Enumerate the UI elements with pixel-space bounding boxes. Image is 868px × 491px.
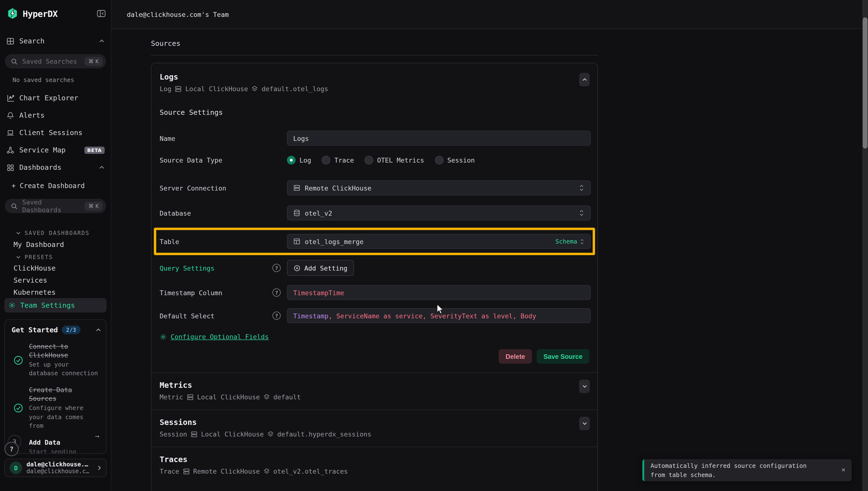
add-setting-button[interactable]: Add Setting [287,260,354,276]
source-type: Session [160,430,187,438]
schema-badge[interactable]: Schema [556,238,585,245]
no-saved-searches-note: No saved searches [12,76,74,83]
get-started-header[interactable]: Get Started 2/3 [11,325,101,334]
sidebar-item-services[interactable]: Services [13,277,47,284]
app-root: HyperDX Search Saved Searches ⌘ K No sav… [0,0,868,491]
name-row: Name Logs [160,131,589,146]
select-chevrons-icon [579,209,585,216]
sources-card: Logs Log Local ClickHouse default.otel_l… [151,63,598,491]
radio-icon[interactable] [435,155,443,164]
sidebar-item-alerts[interactable]: Alerts [0,109,111,121]
name-input[interactable]: Logs [287,131,591,146]
chevron-up-icon[interactable] [99,39,104,43]
sidebar-item-clickhouse[interactable]: ClickHouse [13,264,56,272]
team-title: dale@clickhouse.com's Team [127,10,229,18]
task-add-data[interactable]: Add Data Start sending logs, metrics, or… [11,438,101,454]
get-started-panel: Get Started 2/3 Connect to ClickHouse Se… [4,319,107,454]
radio-icon[interactable] [322,155,331,164]
saved-dashboards-placeholder: Saved Dashboards [22,198,80,214]
task-desc: Set up your database connection [29,360,101,378]
radio-selected-icon[interactable] [287,155,296,164]
task-desc: Start sending logs, metrics, or traces [29,448,92,454]
logs-meta: Log Local ClickHouse default.otel_logs [160,85,589,93]
search-icon [10,202,18,209]
layers-icon [263,394,270,400]
radio-otel-metrics[interactable]: OTEL Metrics [365,155,424,164]
metrics-meta: Metric Local ClickHouse default [160,393,589,401]
sidebar-collapse-icon[interactable] [96,9,106,18]
sidebar-item-service-map[interactable]: Service Map BETA [0,144,111,156]
saved-searches-input[interactable]: Saved Searches ⌘ K [5,54,106,68]
toast-accent-bar [642,459,644,481]
table-name: default.otel_logs [262,85,328,93]
saved-dashboards-input[interactable]: Saved Dashboards ⌘ K [5,199,106,213]
database-select[interactable]: otel_v2 [287,205,591,221]
saved-dashboards-group-header[interactable]: SAVED DASHBOARDS [16,230,90,236]
task-create-data-sources[interactable]: Create Data Sources Configure where your… [11,386,101,430]
timestamp-column-row: Timestamp Column ? TimestampTime [160,285,589,300]
server-name: Local ClickHouse [185,85,248,93]
save-source-button[interactable]: Save Source [537,349,589,364]
scrollbar-thumb[interactable] [863,17,868,149]
timestamp-column-input[interactable]: TimestampTime [287,285,591,300]
server-connection-row: Server Connection Remote ClickHouse [160,180,589,195]
shortcut-badge: ⌘ K [85,57,103,66]
task-connect-to-clickhouse[interactable]: Connect to ClickHouse Set up your databa… [11,342,101,378]
presets-group-header[interactable]: PRESETS [16,254,53,260]
chevron-down-icon [16,255,21,259]
expand-metrics-button[interactable] [579,380,590,393]
collapse-logs-button[interactable] [579,73,590,86]
sessions-meta: Session Local ClickHouse default.hyperdx… [160,430,589,438]
table-select[interactable]: otel_logs_merge Schema [287,234,591,249]
task-title: Create Data Sources [29,386,101,403]
radio-session[interactable]: Session [435,155,475,164]
sidebar-item-my-dashboard[interactable]: My Dashboard [13,241,64,249]
server-icon [182,468,190,475]
help-circle-icon[interactable]: ? [272,264,281,272]
divider [151,55,598,55]
server-connection-label: Server Connection [160,184,287,192]
configure-optional-fields-link[interactable]: Configure Optional Fields [160,333,589,341]
sidebar-item-label: Client Sessions [19,129,83,137]
get-started-title: Get Started [11,326,58,334]
table-icon [293,238,300,245]
chevron-up-icon[interactable] [95,328,101,332]
sidebar-item-label: Search [19,37,44,45]
create-dashboard-button[interactable]: + Create Dashboard [11,182,85,190]
radio-icon[interactable] [365,155,373,164]
delete-button[interactable]: Delete [499,349,532,364]
sidebar-item-client-sessions[interactable]: Client Sessions [0,126,111,139]
sidebar-item-team-settings[interactable]: Team Settings [4,298,107,313]
help-button[interactable]: ? [4,442,19,456]
service-map-icon [6,146,14,154]
traces-section-title: Traces [160,455,589,464]
sidebar-item-search[interactable]: Search [0,35,111,47]
table-name: default.hyperdx_sessions [277,430,371,438]
radio-log[interactable]: Log [287,155,311,164]
sidebar-item-chart-explorer[interactable]: Chart Explorer [0,92,111,104]
close-icon[interactable]: ✕ [841,466,845,473]
sidebar-item-dashboards[interactable]: Dashboards [0,161,111,174]
server-icon [175,85,182,92]
sidebar-item-kubernetes[interactable]: Kubernetes [13,288,56,296]
table-name: otel_v2.otel_traces [273,467,348,475]
sidebar-item-label: Chart Explorer [19,94,78,102]
metrics-section: Metrics Metric Local ClickHouse defa [160,373,589,410]
chevron-up-icon[interactable] [99,166,104,169]
default-select-input[interactable]: Timestamp, ServiceName as service, Sever… [287,308,591,323]
radio-trace[interactable]: Trace [322,155,354,164]
expand-sessions-button[interactable] [579,417,590,430]
server-connection-select[interactable]: Remote ClickHouse [287,180,591,195]
user-menu[interactable]: D dale@clickhouse.… dale@clickhouse.c… [4,459,107,477]
plus-circle-icon [294,264,300,271]
dashboards-icon [6,163,14,171]
help-circle-icon[interactable]: ? [272,288,281,297]
default-select-row: Default Select ? Timestamp, ServiceName … [160,308,589,323]
toast-message: Automatically inferred source configurat… [651,461,819,480]
search-table-icon [6,37,14,45]
select-chevrons-icon [580,238,585,245]
database-label: Database [160,209,287,217]
help-circle-icon[interactable]: ? [272,312,281,320]
logs-section-title: Logs [160,73,589,82]
scrollbar-track[interactable] [862,0,868,491]
